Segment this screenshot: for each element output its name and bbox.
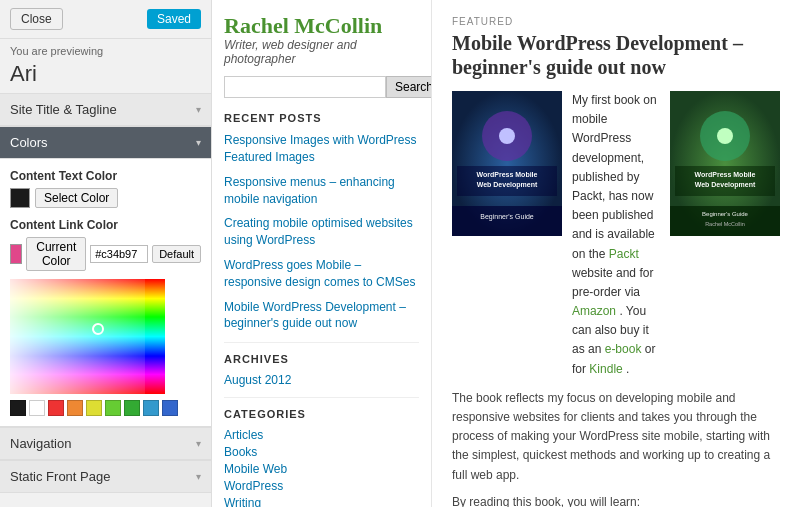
post-link-5[interactable]: Mobile WordPress Development – beginner'…: [224, 299, 419, 333]
article-para2: The book reflects my focus on developing…: [452, 389, 780, 485]
content-link-color-row: Current Color Default: [10, 237, 201, 271]
search-row: Search: [224, 76, 419, 98]
category-writing[interactable]: Writing: [224, 496, 419, 507]
content-text-color-row: Select Color: [10, 188, 201, 208]
text-color-swatch: [10, 188, 30, 208]
white-overlay: [10, 279, 165, 394]
svg-text:WordPress Mobile: WordPress Mobile: [695, 171, 756, 178]
category-mobile-web[interactable]: Mobile Web: [224, 462, 419, 476]
color-picker[interactable]: [10, 279, 165, 394]
navigation-section[interactable]: Navigation ▾: [0, 427, 211, 460]
recent-posts-label: RECENT POSTS: [224, 112, 419, 124]
navigation-label: Navigation: [10, 436, 71, 451]
blog-title: Rachel McCollin: [224, 14, 419, 38]
ebook-link[interactable]: e-book: [605, 342, 642, 356]
post-link-2[interactable]: Responsive menus – enhancing mobile navi…: [224, 174, 419, 208]
svg-text:Rachel McCollin: Rachel McCollin: [705, 221, 745, 227]
post-link-3[interactable]: Creating mobile optimised websites using…: [224, 215, 419, 249]
chevron-down-icon: ▾: [196, 137, 201, 148]
article-panel: FEATURED Mobile WordPress Development – …: [432, 0, 800, 507]
current-color-button[interactable]: Current Color: [26, 237, 86, 271]
chevron-down-icon: ▾: [196, 471, 201, 482]
top-bar: Close Saved: [0, 0, 211, 39]
search-button[interactable]: Search: [386, 76, 432, 98]
theme-name: Ari: [0, 59, 211, 93]
categories-label: CATEGORIES: [224, 408, 419, 420]
colors-label: Colors: [10, 135, 48, 150]
svg-text:Beginner's Guide: Beginner's Guide: [480, 213, 534, 221]
article-title: Mobile WordPress Development – beginner'…: [452, 31, 780, 79]
swatch-blue[interactable]: [162, 400, 178, 416]
close-button[interactable]: Close: [10, 8, 63, 30]
category-articles[interactable]: Articles: [224, 428, 419, 442]
svg-text:Web Development: Web Development: [695, 181, 756, 189]
swatch-black[interactable]: [10, 400, 26, 416]
default-button[interactable]: Default: [152, 245, 201, 263]
post-link-1[interactable]: Responsive Images with WordPress Feature…: [224, 132, 419, 166]
svg-point-2: [499, 128, 515, 144]
svg-text:Beginner's Guide: Beginner's Guide: [702, 211, 749, 217]
article-images: WordPress Mobile Web Development Beginne…: [452, 91, 780, 379]
content-link-color-label: Content Link Color: [10, 218, 201, 232]
content-text-color-label: Content Text Color: [10, 169, 201, 183]
article-para3: By reading this book, you will learn:: [452, 493, 780, 507]
color-cursor: [92, 323, 104, 335]
category-books[interactable]: Books: [224, 445, 419, 459]
book-image-2: WordPress Mobile Web Development Beginne…: [670, 91, 780, 236]
site-title-label: Site Title & Tagline: [10, 102, 117, 117]
hex-input[interactable]: [90, 245, 148, 263]
right-content: Rachel McCollin Writer, web designer and…: [212, 0, 800, 507]
color-swatches-row: [10, 400, 201, 416]
select-color-button[interactable]: Select Color: [35, 188, 118, 208]
post-link-4[interactable]: WordPress goes Mobile – responsive desig…: [224, 257, 419, 291]
article-body-mid: website and for pre-order via: [572, 266, 653, 299]
swatch-red[interactable]: [48, 400, 64, 416]
swatch-lime[interactable]: [105, 400, 121, 416]
preview-label: You are previewing: [0, 39, 211, 59]
static-front-page-section[interactable]: Static Front Page ▾: [0, 460, 211, 493]
search-input[interactable]: [224, 76, 386, 98]
book-image-1: WordPress Mobile Web Development Beginne…: [452, 91, 562, 236]
swatch-white[interactable]: [29, 400, 45, 416]
chevron-down-icon: ▾: [196, 104, 201, 115]
blog-subtitle: Writer, web designer and photographer: [224, 38, 419, 66]
book-cover-art-1: WordPress Mobile Web Development Beginne…: [452, 91, 562, 236]
static-front-page-label: Static Front Page: [10, 469, 110, 484]
saved-button[interactable]: Saved: [147, 9, 201, 29]
archives-label: ARCHIVES: [224, 353, 419, 365]
article-intro-text: My first book on mobile WordPress develo…: [572, 91, 660, 379]
packt-link[interactable]: Packt: [609, 247, 639, 261]
article-body-intro: My first book on mobile WordPress develo…: [572, 93, 657, 261]
svg-point-10: [717, 128, 733, 144]
blog-panel: Rachel McCollin Writer, web designer and…: [212, 0, 432, 507]
amazon-link[interactable]: Amazon: [572, 304, 616, 318]
svg-text:WordPress Mobile: WordPress Mobile: [477, 171, 538, 178]
archive-link-1[interactable]: August 2012: [224, 373, 419, 387]
swatch-green[interactable]: [124, 400, 140, 416]
swatch-orange[interactable]: [67, 400, 83, 416]
link-color-swatch: [10, 244, 22, 264]
hue-strip[interactable]: [145, 279, 165, 394]
featured-label: FEATURED: [452, 16, 780, 27]
category-wordpress[interactable]: WordPress: [224, 479, 419, 493]
book-cover-art-2: WordPress Mobile Web Development Beginne…: [670, 91, 780, 236]
chevron-down-icon: ▾: [196, 438, 201, 449]
customizer-panel: Close Saved You are previewing Ari Site …: [0, 0, 212, 507]
swatch-yellow[interactable]: [86, 400, 102, 416]
colors-section[interactable]: Colors ▾: [0, 126, 211, 159]
svg-text:Web Development: Web Development: [477, 181, 538, 189]
kindle-link[interactable]: Kindle: [589, 362, 622, 376]
svg-rect-6: [452, 206, 562, 236]
swatch-light-blue[interactable]: [143, 400, 159, 416]
colors-body: Content Text Color Select Color Content …: [0, 159, 211, 427]
article-body-end: .: [626, 362, 629, 376]
site-title-section[interactable]: Site Title & Tagline ▾: [0, 93, 211, 126]
